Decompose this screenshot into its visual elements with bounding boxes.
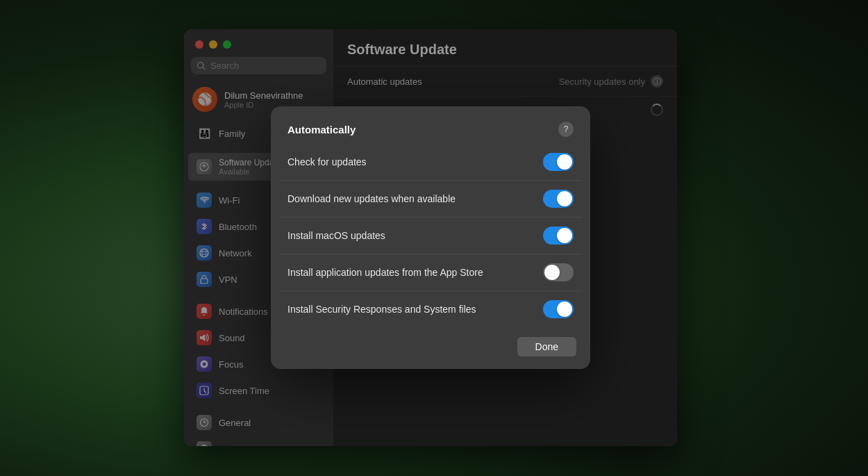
- modal-body: Check for updates Download new updates w…: [333, 144, 590, 327]
- toggle-download-updates: Download new updates when available: [333, 181, 582, 218]
- toggle-check-for-updates: Check for updates: [333, 144, 582, 181]
- main-content: Software Update Automatic updates Securi…: [333, 29, 677, 446]
- toggle-switch-install-macos[interactable]: [543, 227, 574, 245]
- toggle-label: Download new updates when available: [333, 193, 456, 204]
- toggle-switch-download-updates[interactable]: [543, 190, 574, 208]
- toggle-install-security: Install Security Responses and System fi…: [333, 291, 582, 327]
- toggle-label: Check for updates: [333, 156, 367, 167]
- toggle-knob: [557, 228, 572, 243]
- main-window: ⚾ Dilum Senevirathne Apple ID 👨‍👩‍👧 Fami…: [184, 29, 677, 446]
- modal-dialog: Automatically ? Check for updates: [333, 106, 590, 369]
- toggle-label: Install macOS updates: [333, 230, 385, 241]
- toggle-knob: [557, 302, 572, 317]
- done-button[interactable]: Done: [517, 337, 576, 356]
- toggle-knob: [557, 191, 572, 206]
- help-button[interactable]: ?: [558, 122, 574, 137]
- toggle-install-app-store: Install application updates from the App…: [333, 254, 582, 291]
- toggle-knob: [544, 265, 560, 280]
- modal-header: Automatically ?: [333, 106, 590, 144]
- toggle-switch-install-appstore[interactable]: [543, 263, 574, 281]
- modal-title: Automatically: [333, 124, 356, 136]
- toggle-label: Install Security Responses and System fi…: [333, 304, 476, 315]
- toggle-switch-install-security[interactable]: [543, 300, 574, 318]
- modal-overlay: Automatically ? Check for updates: [333, 29, 677, 446]
- toggle-label: Install application updates from the App…: [333, 267, 483, 278]
- toggle-knob: [557, 154, 572, 170]
- toggle-install-macos: Install macOS updates: [333, 218, 582, 254]
- modal-footer: Done: [333, 327, 590, 369]
- toggle-switch-check-updates[interactable]: [543, 153, 574, 171]
